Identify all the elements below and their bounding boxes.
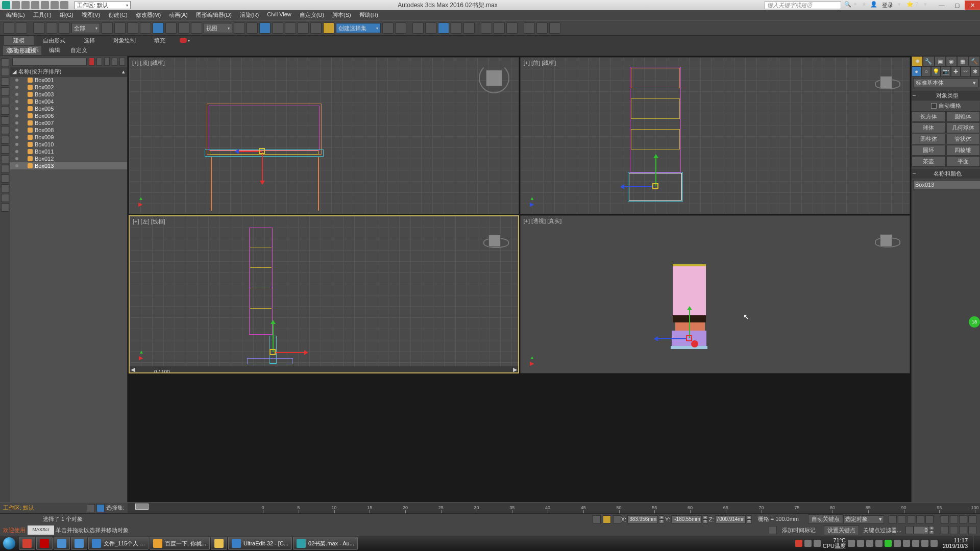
info-search-input[interactable]: 键入关键字或短语 [765,1,841,9]
play-button[interactable] [907,515,915,523]
prev-frame-button[interactable] [898,515,906,523]
viewcube-front[interactable] [875,71,900,91]
setkey-button[interactable]: 设置关键点 [824,525,859,535]
scene-item[interactable]: Box002 [10,84,127,91]
timeline[interactable]: 工作区: 默认 选择集: 051015202530354045505560657… [0,502,980,513]
filter-icon-2[interactable] [119,58,125,66]
scene-item[interactable]: Box007 [10,119,127,127]
cmd-sub-geometry[interactable]: ● [912,66,921,77]
render-production-button[interactable] [506,22,518,34]
tray-icon-7[interactable] [875,540,883,547]
primitive-button[interactable]: 四棱锥 [946,145,981,156]
goto-start-button[interactable] [889,515,897,523]
redo-icon[interactable] [51,1,59,9]
maxscript-listener[interactable]: MAXScr [28,525,54,535]
undo-icon[interactable] [41,1,49,9]
tray-ime-icon[interactable] [930,540,938,547]
render-iterative-button[interactable] [536,22,548,34]
named-selection-dropdown[interactable]: 创建选择集▾ [336,23,381,33]
person-icon[interactable]: 👤 [870,1,877,9]
unlink-button[interactable] [46,22,57,34]
align-button[interactable] [395,22,406,34]
dock-btn-14[interactable] [1,184,9,192]
search-btn-icon[interactable]: 🔍 [844,1,851,9]
menu-rendering[interactable]: 渲染(R) [236,10,263,20]
ribbon-tab-modeling[interactable]: 建模 [4,36,34,45]
dock-btn-11[interactable] [1,155,9,163]
primitive-button[interactable]: 球体 [912,122,946,133]
scene-item[interactable]: Box003 [10,91,127,98]
bind-spacewarp-button[interactable] [59,22,70,34]
start-button[interactable] [0,536,18,551]
menu-create[interactable]: 创建(C) [104,10,131,20]
dock-btn-15[interactable] [1,194,9,202]
select-object-button[interactable] [102,22,113,34]
window-crossing-button[interactable] [140,22,151,34]
time-tag-icon[interactable] [769,526,777,534]
help-dd-icon[interactable]: ▾ [924,1,931,9]
dock-btn-5[interactable] [1,97,9,105]
exchange-icon[interactable]: ✦ [853,1,860,9]
nav-fov-button[interactable] [968,515,976,523]
cmd-sub-cameras[interactable]: 📷 [941,66,950,77]
tray-icon-5[interactable] [857,540,864,547]
menu-animation[interactable]: 动画(A) [165,10,192,20]
menu-group[interactable]: 组(G) [56,10,78,20]
dock-btn-2[interactable] [1,68,9,76]
dock-btn-16[interactable] [1,204,9,212]
cmd-tab-display[interactable]: ▦ [957,56,968,66]
se-menu-select[interactable]: 选择 [6,46,17,54]
layer-icon[interactable] [87,504,95,512]
save-icon[interactable] [31,1,39,9]
tray-icon-11[interactable] [912,540,919,547]
cmd-tab-modify[interactable]: 🔧 [923,56,934,66]
rendered-frame-button[interactable] [494,22,505,34]
taskbar-item[interactable]: 02书架.max - Au... [293,537,358,550]
teapot-render-button[interactable] [524,22,535,34]
app-menu-icon[interactable] [2,1,10,9]
schematic-view-button[interactable] [451,22,462,34]
primitive-button[interactable]: 长方体 [912,111,946,122]
tray-icon-1[interactable] [795,540,802,547]
nav-zoom-region-button[interactable] [968,526,976,534]
pivot-center-button[interactable] [234,22,245,34]
tray-icon-4[interactable] [848,540,855,547]
select-scale-button[interactable] [178,22,189,34]
ribbon-tab-selection[interactable]: 选择 [75,36,104,45]
viewport-left[interactable]: [+] [左] [线框] ▲▶ ◀ 0 / 100 ▶ [129,215,519,373]
render-online-button[interactable] [549,22,560,34]
primitive-button[interactable]: 管状体 [946,134,981,144]
help-icon[interactable]: ? [915,1,922,9]
toggle-ribbon-button[interactable] [425,22,436,34]
menu-civil-view[interactable]: Civil View [263,10,295,20]
taskbar-item[interactable] [211,537,227,550]
menu-modifiers[interactable]: 修改器(M) [132,10,165,20]
isolate-icon[interactable] [593,515,601,523]
current-frame-input[interactable] [914,526,929,534]
tray-icon-8[interactable] [885,540,892,547]
viewport-perspective[interactable]: [+] [透视] [真实] ▲▶ ↖ [520,215,911,373]
menu-tools[interactable]: 工具(T) [29,10,56,20]
dock-btn-13[interactable] [1,174,9,183]
select-move-button[interactable] [153,22,164,34]
show-desktop-button[interactable] [973,536,977,551]
close-button[interactable]: ✕ [965,1,980,10]
select-rect-button[interactable] [127,22,138,34]
ref-coord-dropdown[interactable]: 视图▾ [204,23,232,33]
tray-icon-6[interactable] [866,540,873,547]
coord-z-input[interactable] [715,515,746,523]
ribbon-tab-populate[interactable]: 填充 [145,36,175,45]
angle-snap-button[interactable] [285,22,296,34]
viewport-top[interactable]: [+] [顶] [线框] ▲▶ [129,57,519,214]
nav-walk-button[interactable] [950,526,958,534]
ribbon-tab-object-paint[interactable]: 对象绘制 [104,36,145,45]
scene-item[interactable]: Box005 [10,105,127,112]
primitive-button[interactable]: 圆锥体 [946,111,981,122]
dock-btn-7[interactable] [1,116,9,124]
autokey-button[interactable]: 自动关键点 [808,514,843,524]
new-icon[interactable] [12,1,20,9]
cmd-sub-shapes[interactable]: ○ [921,66,931,77]
scene-item[interactable]: Box001 [10,77,127,84]
taskbar-item[interactable] [71,537,87,550]
dropdown-icon[interactable]: ▾ [898,1,905,9]
